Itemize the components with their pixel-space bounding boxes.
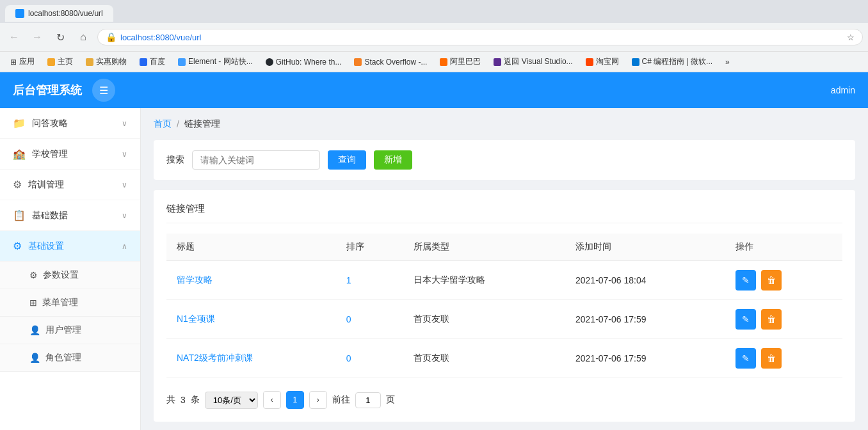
settings-icon: ⚙ [13,240,22,252]
sidebar-item-qa[interactable]: 📁 问答攻略 ∨ [0,108,140,139]
forward-button[interactable]: → [28,28,46,46]
pagination-prev-button[interactable]: ‹ [263,391,281,409]
bookmark-baidu-label: 百度 [150,56,165,67]
alibaba-favicon [440,58,447,66]
row3-time: 2021-07-06 17:59 [565,339,725,378]
bookmark-csharp[interactable]: C# 编程指南 | 微软... [627,55,718,68]
back-button[interactable]: ← [5,28,23,46]
address-bar[interactable]: 🔒 localhost:8080/vue/url ☆ [97,29,863,45]
sidebar-sub-params[interactable]: ⚙ 参数设置 [0,262,140,289]
row3-title[interactable]: NAT2级考前冲刺课 [166,339,336,378]
settings-arrow-icon: ∧ [122,242,127,251]
sidebar-item-data-label: 基础数据 [32,210,68,221]
row2-actions: ✎ 🗑 [725,300,842,339]
row3-delete-button[interactable]: 🗑 [761,348,782,369]
bookmark-taobao[interactable]: 淘宝网 [581,55,624,68]
user-icon: 👤 [29,325,40,335]
breadcrumb: 首页 / 链接管理 [154,118,855,130]
sidebar-item-school-label: 学校管理 [32,148,68,160]
row1-edit-button[interactable]: ✎ [735,270,756,291]
row3-actions: ✎ 🗑 [725,339,842,378]
row2-title[interactable]: N1全项课 [166,300,336,339]
breadcrumb-separator: / [177,119,179,129]
bookmark-alibaba-label: 阿里巴巴 [450,56,481,67]
query-button[interactable]: 查询 [328,150,366,170]
row2-edit-button[interactable]: ✎ [735,309,756,330]
qa-arrow-icon: ∨ [122,119,127,128]
bookmarks-bar: ⊞ 应用 主页 实惠购物 百度 Element - 网站快... GitHub:… [0,51,868,72]
sidebar-item-training-left: ⚙ 培训管理 [13,179,64,191]
home-button[interactable]: ⌂ [74,28,92,46]
app-header: 后台管理系统 ☰ admin [0,72,868,108]
bookmark-vs-label: 返回 Visual Studio... [504,56,572,67]
pagination-goto-input[interactable] [355,392,381,408]
sidebar-item-settings[interactable]: ⚙ 基础设置 ∧ [0,231,140,262]
breadcrumb-current: 链接管理 [184,118,220,130]
row3-action-cell: ✎ 🗑 [735,348,832,369]
new-button[interactable]: 新增 [374,150,412,170]
row2-delete-button[interactable]: 🗑 [761,309,782,330]
header-left: 后台管理系统 ☰ [13,79,115,102]
active-tab[interactable]: localhost:8080/vue/url [5,5,113,22]
pagination: 共 3 条 10条/页 ‹ 1 › 前往 页 [166,391,842,409]
breadcrumb-home[interactable]: 首页 [154,118,172,130]
home-favicon [47,58,55,66]
url-text: localhost:8080/vue/url [120,33,201,42]
col-type: 所属类型 [403,234,565,261]
qa-icon: 📁 [13,117,26,129]
role-icon: 👤 [29,353,40,363]
row2-action-cell: ✎ 🗑 [735,309,832,330]
row1-actions: ✎ 🗑 [725,261,842,300]
row1-time: 2021-07-06 18:04 [565,261,725,300]
row3-edit-button[interactable]: ✎ [735,348,756,369]
row2-type: 首页友联 [403,300,565,339]
tab-title: localhost:8080/vue/url [28,9,103,18]
row1-delete-button[interactable]: 🗑 [761,270,782,291]
row1-action-cell: ✎ 🗑 [735,270,832,291]
bookmark-alibaba[interactable]: 阿里巴巴 [435,55,486,68]
row3-order: 0 [336,339,403,378]
bookmark-shopping[interactable]: 实惠购物 [81,55,132,68]
bookmark-apps[interactable]: ⊞ 应用 [5,55,40,68]
col-title: 标题 [166,234,336,261]
row3-type: 首页友联 [403,339,565,378]
bookmark-more[interactable]: » [720,56,735,68]
sidebar-sub-users[interactable]: 👤 用户管理 [0,317,140,344]
menu-icon: ⊞ [29,298,37,308]
sidebar-item-qa-left: 📁 问答攻略 [13,117,68,129]
row1-order: 1 [336,261,403,300]
table-title: 链接管理 [166,203,842,223]
baidu-favicon [140,58,147,66]
sidebar-sub-roles[interactable]: 👤 角色管理 [0,344,140,372]
sidebar-item-training[interactable]: ⚙ 培训管理 ∨ [0,170,140,200]
sidebar-item-school[interactable]: 🏫 学校管理 ∨ [0,139,140,170]
bookmark-taobao-label: 淘宝网 [596,56,619,67]
table-header: 标题 排序 所属类型 添加时间 操作 [166,234,842,261]
page-size-select[interactable]: 10条/页 [205,392,258,409]
bookmark-baidu[interactable]: 百度 [134,55,170,68]
bookmark-vs[interactable]: 返回 Visual Studio... [488,55,577,68]
search-bar: 搜索 查询 新增 [154,140,855,180]
pagination-page1-button[interactable]: 1 [286,391,304,409]
row1-type: 日本大学留学攻略 [403,261,565,300]
pagination-next-button[interactable]: › [309,391,327,409]
sidebar-sub-menu-manage[interactable]: ⊞ 菜单管理 [0,289,140,317]
search-input[interactable] [192,150,320,170]
app-layout: 📁 问答攻略 ∨ 🏫 学校管理 ∨ ⚙ 培训管理 ∨ 📋 基础数据 ∨ [0,108,868,430]
menu-toggle-button[interactable]: ☰ [92,79,115,102]
training-arrow-icon: ∨ [122,180,127,189]
params-icon: ⚙ [29,270,38,280]
bookmark-github[interactable]: GitHub: Where th... [261,56,347,68]
stackoverflow-favicon [354,58,362,66]
bookmark-element[interactable]: Element - 网站快... [173,55,258,68]
bookmark-shopping-label: 实惠购物 [96,56,127,67]
pagination-total-prefix: 共 [166,394,175,406]
bookmark-stackoverflow[interactable]: Stack Overflow -... [349,56,432,68]
row1-title[interactable]: 留学攻略 [166,261,336,300]
sidebar-item-data[interactable]: 📋 基础数据 ∨ [0,200,140,231]
bookmark-apps-label: 应用 [19,56,35,67]
bookmark-element-label: Element - 网站快... [188,56,253,67]
data-icon: 📋 [13,209,26,221]
reload-button[interactable]: ↻ [51,28,69,46]
bookmark-home[interactable]: 主页 [42,55,78,68]
